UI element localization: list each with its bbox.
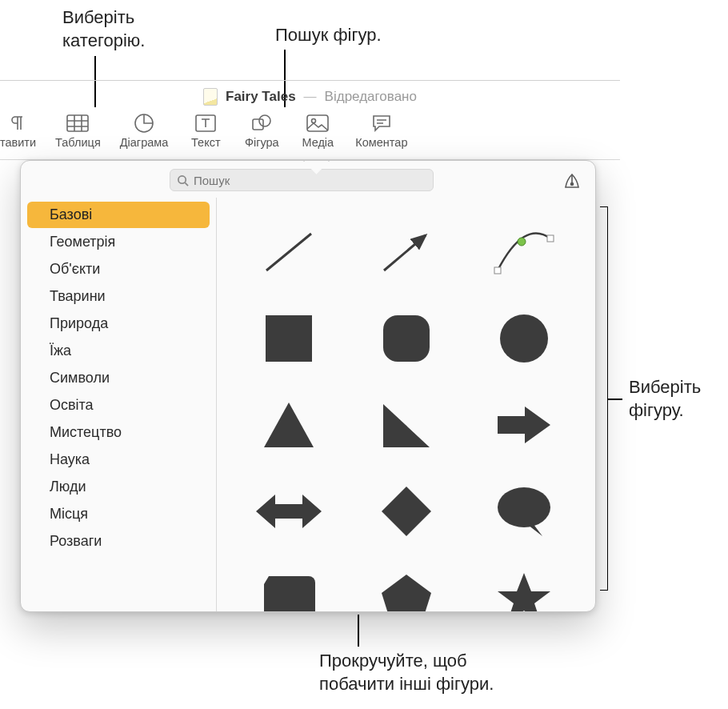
titlebar: Fairy Tales — Відредаговано: [0, 80, 620, 107]
svg-point-7: [178, 175, 186, 182]
toolbar-label: Медіа: [302, 136, 334, 149]
sidebar-item-category[interactable]: Місця: [27, 501, 210, 527]
shape-arrow-right[interactable]: [468, 385, 579, 465]
toolbar-table[interactable]: Таблиця: [46, 107, 110, 159]
sidebar-item-category[interactable]: Символи: [27, 365, 210, 391]
toolbar-comment[interactable]: Коментар: [346, 107, 417, 159]
toolbar-label: тавити: [0, 136, 36, 149]
shape-arrow-both[interactable]: [233, 471, 344, 551]
comment-icon: [370, 112, 393, 134]
svg-rect-12: [547, 235, 554, 242]
svg-rect-14: [266, 315, 312, 362]
popover-top: [21, 161, 595, 198]
sidebar-item-category[interactable]: Тварини: [27, 283, 210, 310]
sidebar-item-category[interactable]: Розваги: [27, 528, 210, 555]
callout-scroll: Прокручуйте, щоб побачити інші фігури.: [319, 650, 494, 695]
sidebar-item-category[interactable]: Люди: [27, 474, 210, 500]
document-status: Відредаговано: [325, 89, 417, 105]
toolbar-label: Коментар: [355, 136, 407, 149]
shape-icon: [250, 112, 273, 134]
pilcrow-icon: [7, 112, 30, 134]
callout-line: [358, 615, 359, 647]
shape-rounded-square[interactable]: [350, 298, 462, 379]
shape-triangle[interactable]: [233, 385, 344, 465]
toolbar-chart[interactable]: Діаграма: [110, 107, 178, 159]
document-icon: [203, 88, 218, 106]
toolbar-label: Фігура: [245, 136, 279, 149]
shape-rounded-tab[interactable]: [233, 558, 344, 611]
shape-line-arrow[interactable]: [350, 212, 462, 292]
document-title: Fairy Tales: [226, 89, 296, 105]
svg-point-13: [518, 238, 526, 246]
svg-rect-15: [383, 315, 430, 362]
shape-square[interactable]: [233, 298, 344, 379]
shape-circle[interactable]: [468, 298, 579, 379]
toolbar-insert[interactable]: тавити: [0, 107, 46, 159]
sidebar-item-category[interactable]: Їжа: [27, 338, 210, 364]
toolbar-text[interactable]: Текст: [178, 107, 234, 159]
svg-line-10: [384, 235, 426, 270]
svg-rect-11: [494, 267, 501, 274]
svg-rect-0: [67, 115, 88, 131]
shape-star[interactable]: [468, 558, 579, 611]
table-icon: [66, 112, 89, 134]
sidebar-item-category[interactable]: Базові: [27, 202, 210, 228]
shape-pentagon[interactable]: [350, 558, 462, 611]
sidebar-item-category[interactable]: Освіта: [27, 392, 210, 419]
svg-line-9: [266, 234, 311, 270]
svg-rect-3: [253, 119, 263, 130]
bracket: [600, 206, 608, 591]
svg-point-16: [500, 314, 548, 363]
toolbar-label: Таблиця: [55, 136, 101, 149]
shapes-popover: БазовіГеометріяОб'єктиТвариниПриродаЇжаС…: [20, 160, 596, 612]
svg-rect-5: [307, 115, 328, 131]
callout-search: Пошук фігур.: [275, 24, 382, 47]
shape-diamond[interactable]: [350, 471, 462, 551]
sidebar-item-category[interactable]: Природа: [27, 310, 210, 337]
text-icon: [194, 112, 217, 134]
shape-right-triangle[interactable]: [350, 385, 462, 465]
shape-speech-bubble[interactable]: [468, 471, 579, 551]
toolbar-media[interactable]: Медіа: [290, 107, 346, 159]
category-sidebar: БазовіГеометріяОб'єктиТвариниПриродаЇжаС…: [21, 198, 217, 611]
pen-icon: [562, 171, 582, 189]
search-field[interactable]: [170, 169, 434, 191]
chart-icon: [133, 112, 155, 134]
svg-point-17: [498, 487, 550, 527]
draw-shape-button[interactable]: [560, 170, 584, 190]
shapes-grid: [217, 198, 595, 611]
sidebar-item-category[interactable]: Наука: [27, 447, 210, 473]
search-input[interactable]: [194, 174, 426, 187]
callout-category: Виберіть категорію.: [62, 6, 145, 52]
toolbar-label: Текст: [191, 136, 221, 149]
shape-curve[interactable]: [468, 212, 579, 292]
svg-point-4: [259, 115, 270, 126]
toolbar: тавити Таблиця Діаграма Текст Фігура Мед…: [0, 107, 620, 160]
sidebar-item-category[interactable]: Мистецтво: [27, 419, 210, 446]
svg-point-6: [312, 119, 316, 123]
search-icon: [177, 174, 189, 186]
callout-select-shape: Виберіть фігуру.: [629, 376, 701, 422]
callout-line: [608, 399, 622, 400]
media-icon: [306, 112, 329, 134]
svg-point-8: [571, 183, 574, 186]
sidebar-item-category[interactable]: Об'єкти: [27, 256, 210, 282]
toolbar-label: Діаграма: [120, 136, 169, 149]
shape-line[interactable]: [233, 212, 344, 292]
sidebar-item-category[interactable]: Геометрія: [27, 229, 210, 255]
toolbar-shape[interactable]: Фігура: [234, 107, 290, 159]
